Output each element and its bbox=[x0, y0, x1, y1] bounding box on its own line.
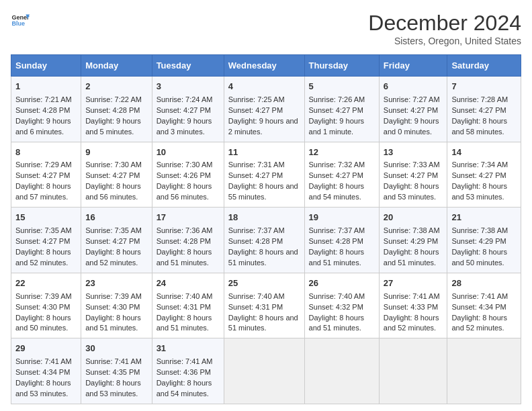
week-row-2: 8Sunrise: 7:29 AMSunset: 4:27 PMDaylight… bbox=[11, 142, 521, 208]
daylight-text: Daylight: 8 hours and 56 minutes. bbox=[85, 182, 141, 201]
calendar-cell: 12Sunrise: 7:32 AMSunset: 4:27 PMDayligh… bbox=[304, 142, 379, 208]
header-monday: Monday bbox=[81, 55, 152, 77]
sunrise-text: Sunrise: 7:39 AM bbox=[85, 292, 142, 300]
calendar-cell bbox=[224, 338, 304, 404]
header-sunday: Sunday bbox=[11, 55, 81, 77]
page-subtitle: Sisters, Oregon, United States bbox=[368, 36, 521, 46]
sunset-text: Sunset: 4:30 PM bbox=[15, 303, 70, 311]
sunset-text: Sunset: 4:28 PM bbox=[157, 237, 211, 245]
day-number: 30 bbox=[85, 342, 147, 355]
calendar-cell: 4Sunrise: 7:25 AMSunset: 4:27 PMDaylight… bbox=[224, 77, 304, 142]
day-number: 8 bbox=[15, 146, 77, 159]
daylight-text: Daylight: 8 hours and 53 minutes. bbox=[15, 379, 71, 398]
daylight-text: Daylight: 8 hours and 53 minutes. bbox=[384, 182, 439, 201]
calendar-cell: 20Sunrise: 7:38 AMSunset: 4:29 PMDayligh… bbox=[379, 208, 447, 273]
calendar-cell bbox=[379, 338, 447, 404]
sunset-text: Sunset: 4:27 PM bbox=[384, 171, 438, 179]
daylight-text: Daylight: 8 hours and 51 minutes. bbox=[157, 314, 212, 332]
day-number: 19 bbox=[309, 212, 375, 224]
calendar-cell: 15Sunrise: 7:35 AMSunset: 4:27 PMDayligh… bbox=[11, 208, 81, 273]
sunset-text: Sunset: 4:29 PM bbox=[451, 237, 506, 245]
daylight-text: Daylight: 8 hours and 51 minutes. bbox=[228, 314, 298, 332]
sunset-text: Sunset: 4:27 PM bbox=[15, 237, 70, 245]
day-number: 22 bbox=[15, 277, 77, 290]
calendar-cell: 18Sunrise: 7:37 AMSunset: 4:28 PMDayligh… bbox=[224, 208, 304, 273]
daylight-text: Daylight: 8 hours and 54 minutes. bbox=[309, 182, 365, 201]
sunset-text: Sunset: 4:27 PM bbox=[85, 237, 140, 245]
sunset-text: Sunset: 4:32 PM bbox=[309, 303, 363, 311]
sunset-text: Sunset: 4:27 PM bbox=[157, 106, 211, 114]
sunrise-text: Sunrise: 7:40 AM bbox=[157, 292, 213, 300]
calendar-cell: 29Sunrise: 7:41 AMSunset: 4:34 PMDayligh… bbox=[11, 338, 81, 404]
sunrise-text: Sunrise: 7:31 AM bbox=[228, 161, 285, 169]
sunrise-text: Sunrise: 7:37 AM bbox=[228, 226, 285, 234]
day-number: 5 bbox=[309, 81, 375, 93]
day-number: 24 bbox=[157, 277, 220, 290]
day-number: 21 bbox=[451, 212, 517, 224]
calendar-cell: 10Sunrise: 7:30 AMSunset: 4:26 PMDayligh… bbox=[152, 142, 224, 208]
sunset-text: Sunset: 4:30 PM bbox=[85, 303, 140, 311]
calendar-table: SundayMondayTuesdayWednesdayThursdayFrid… bbox=[11, 54, 521, 404]
logo: General Blue bbox=[11, 11, 30, 30]
daylight-text: Daylight: 9 hours and 6 minutes. bbox=[15, 117, 71, 136]
daylight-text: Daylight: 8 hours and 53 minutes. bbox=[85, 379, 141, 398]
day-number: 10 bbox=[157, 146, 220, 159]
svg-text:Blue: Blue bbox=[11, 20, 25, 27]
calendar-header-row: SundayMondayTuesdayWednesdayThursdayFrid… bbox=[11, 55, 521, 77]
header-tuesday: Tuesday bbox=[152, 55, 224, 77]
sunrise-text: Sunrise: 7:37 AM bbox=[309, 226, 365, 234]
sunset-text: Sunset: 4:27 PM bbox=[309, 106, 363, 114]
day-number: 25 bbox=[228, 277, 300, 290]
calendar-cell: 30Sunrise: 7:41 AMSunset: 4:35 PMDayligh… bbox=[81, 338, 152, 404]
header-thursday: Thursday bbox=[304, 55, 379, 77]
sunrise-text: Sunrise: 7:38 AM bbox=[384, 226, 440, 234]
daylight-text: Daylight: 8 hours and 51 minutes. bbox=[309, 248, 365, 267]
calendar-cell: 31Sunrise: 7:41 AMSunset: 4:36 PMDayligh… bbox=[152, 338, 224, 404]
logo-icon: General Blue bbox=[11, 11, 30, 30]
day-number: 9 bbox=[85, 146, 147, 159]
sunset-text: Sunset: 4:27 PM bbox=[309, 171, 363, 179]
calendar-cell: 3Sunrise: 7:24 AMSunset: 4:27 PMDaylight… bbox=[152, 77, 224, 142]
sunrise-text: Sunrise: 7:39 AM bbox=[15, 292, 72, 300]
sunrise-text: Sunrise: 7:29 AM bbox=[15, 161, 72, 169]
day-number: 3 bbox=[157, 81, 220, 93]
sunset-text: Sunset: 4:28 PM bbox=[228, 237, 283, 245]
daylight-text: Daylight: 8 hours and 58 minutes. bbox=[451, 117, 507, 136]
daylight-text: Daylight: 8 hours and 53 minutes. bbox=[451, 182, 507, 201]
calendar-cell: 6Sunrise: 7:27 AMSunset: 4:27 PMDaylight… bbox=[379, 77, 447, 142]
page-header: General Blue December 2024 Sisters, Oreg… bbox=[11, 11, 521, 46]
calendar-cell: 25Sunrise: 7:40 AMSunset: 4:31 PMDayligh… bbox=[224, 273, 304, 338]
daylight-text: Daylight: 8 hours and 55 minutes. bbox=[228, 182, 298, 201]
day-number: 2 bbox=[85, 81, 147, 93]
sunrise-text: Sunrise: 7:41 AM bbox=[157, 357, 213, 365]
day-number: 11 bbox=[228, 146, 300, 159]
day-number: 18 bbox=[228, 212, 300, 224]
daylight-text: Daylight: 8 hours and 51 minutes. bbox=[384, 248, 439, 267]
daylight-text: Daylight: 8 hours and 52 minutes. bbox=[15, 248, 71, 267]
day-number: 20 bbox=[384, 212, 443, 224]
day-number: 16 bbox=[85, 212, 147, 224]
day-number: 26 bbox=[309, 277, 375, 290]
calendar-cell: 17Sunrise: 7:36 AMSunset: 4:28 PMDayligh… bbox=[152, 208, 224, 273]
calendar-cell: 28Sunrise: 7:41 AMSunset: 4:34 PMDayligh… bbox=[447, 273, 521, 338]
sunset-text: Sunset: 4:27 PM bbox=[451, 106, 506, 114]
sunrise-text: Sunrise: 7:36 AM bbox=[157, 226, 213, 234]
sunset-text: Sunset: 4:27 PM bbox=[85, 171, 140, 179]
sunset-text: Sunset: 4:27 PM bbox=[228, 171, 283, 179]
sunrise-text: Sunrise: 7:35 AM bbox=[85, 226, 142, 234]
header-saturday: Saturday bbox=[447, 55, 521, 77]
daylight-text: Daylight: 8 hours and 52 minutes. bbox=[451, 314, 507, 332]
calendar-cell: 19Sunrise: 7:37 AMSunset: 4:28 PMDayligh… bbox=[304, 208, 379, 273]
calendar-cell: 22Sunrise: 7:39 AMSunset: 4:30 PMDayligh… bbox=[11, 273, 81, 338]
sunset-text: Sunset: 4:27 PM bbox=[451, 171, 506, 179]
sunrise-text: Sunrise: 7:30 AM bbox=[157, 161, 213, 169]
daylight-text: Daylight: 9 hours and 2 minutes. bbox=[228, 117, 298, 136]
sunset-text: Sunset: 4:27 PM bbox=[228, 106, 283, 114]
sunset-text: Sunset: 4:28 PM bbox=[85, 106, 140, 114]
header-friday: Friday bbox=[379, 55, 447, 77]
calendar-cell: 7Sunrise: 7:28 AMSunset: 4:27 PMDaylight… bbox=[447, 77, 521, 142]
day-number: 15 bbox=[15, 212, 77, 224]
sunrise-text: Sunrise: 7:24 AM bbox=[157, 95, 213, 103]
sunset-text: Sunset: 4:28 PM bbox=[309, 237, 363, 245]
daylight-text: Daylight: 8 hours and 51 minutes. bbox=[309, 314, 365, 332]
